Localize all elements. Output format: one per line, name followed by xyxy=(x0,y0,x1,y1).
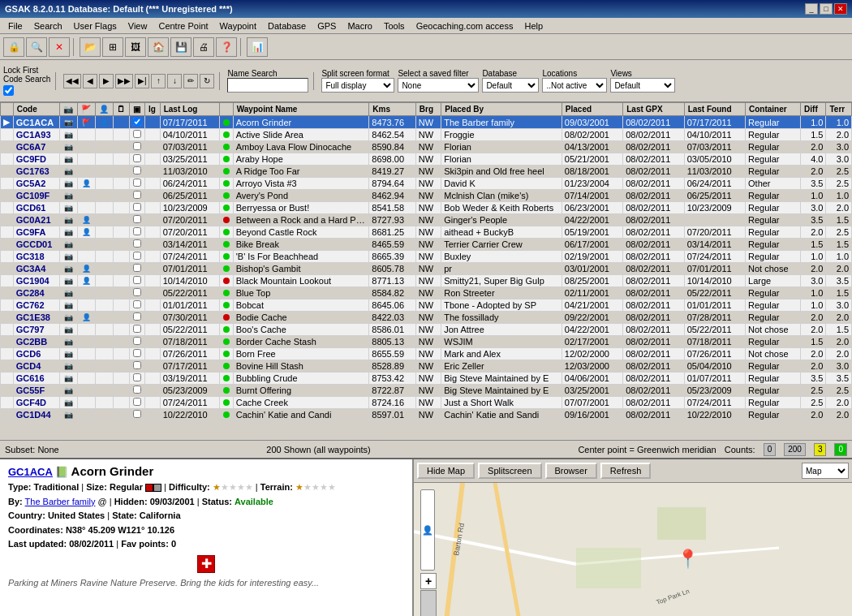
nav-refresh[interactable]: ↻ xyxy=(200,74,214,88)
table-row[interactable]: GC0A21 📷 👤 07/20/2011 Between a Rock and… xyxy=(1,214,852,226)
table-row[interactable]: GC1904 📷 👤 10/14/2010 Black Mountain Loo… xyxy=(1,275,852,287)
table-row[interactable]: GCF4D 📷 07/24/2011 Cache Creek 8724.16 N… xyxy=(1,397,852,409)
col-placed[interactable]: Placed xyxy=(562,103,622,116)
col-terr[interactable]: Terr xyxy=(826,103,852,116)
table-row[interactable]: GC5A2 📷 👤 06/24/2011 Arroyo Vista #3 879… xyxy=(1,178,852,190)
tool-open[interactable]: 📂 xyxy=(80,37,101,57)
tool-chart[interactable]: 📊 xyxy=(247,37,268,57)
table-row[interactable]: GCD6 📷 07/26/2011 Born Free 8655.59 NW M… xyxy=(1,348,852,360)
col-last-log[interactable]: Last Log xyxy=(160,103,219,116)
menu-gps[interactable]: GPS xyxy=(312,20,341,32)
table-row[interactable]: GC797 📷 05/22/2011 Boo's Cache 8586.01 N… xyxy=(1,324,852,336)
col-last-gpx[interactable]: Last GPX xyxy=(623,103,684,116)
splitscreen-button[interactable]: Splitscreen xyxy=(478,463,541,479)
table-row[interactable]: GC1A93 📷 04/10/2011 Active Slide Area 84… xyxy=(1,129,852,141)
tool-grid[interactable]: ⊞ xyxy=(102,37,123,57)
table-row[interactable]: GC284 📷 05/22/2011 Blue Top 8584.82 NW R… xyxy=(1,287,852,299)
hide-map-button[interactable]: Hide Map xyxy=(417,463,475,479)
nav-up[interactable]: ↑ xyxy=(151,74,166,88)
menu-geocaching[interactable]: Geocaching.com access xyxy=(411,20,519,32)
col-note[interactable]: 🗒 xyxy=(114,103,130,116)
table-row[interactable]: GCD61 📷 10/23/2009 Berryessa or Bust! 85… xyxy=(1,202,852,214)
tool-lock[interactable]: 🔒 xyxy=(3,37,24,57)
menu-centre-point[interactable]: Centre Point xyxy=(153,20,213,32)
table-scroll[interactable]: Code 📷 🚩 👤 🗒 ▣ lg Last Log Waypoint Name… xyxy=(0,102,852,427)
col-waypoint-name[interactable]: Waypoint Name xyxy=(233,103,369,116)
col-last-found[interactable]: Last Found xyxy=(684,103,745,116)
tool-image[interactable]: 🖼 xyxy=(125,37,146,57)
table-row[interactable]: GC1E38 📷 👤 07/30/2011 Bodie Cache 8422.0… xyxy=(1,312,852,324)
tool-print[interactable]: 🖨 xyxy=(193,37,214,57)
tool-search[interactable]: 🔍 xyxy=(26,37,47,57)
table-row[interactable]: GC762 📷 01/01/2011 Bobcat 8645.06 NW Tbo… xyxy=(1,299,852,312)
maximize-button[interactable]: □ xyxy=(820,3,833,15)
menu-search[interactable]: Search xyxy=(29,20,67,32)
tool-clear[interactable]: ✕ xyxy=(49,37,70,57)
saved-filter-select[interactable]: None xyxy=(398,78,479,93)
col-user[interactable]: 👤 xyxy=(96,103,114,116)
table-row[interactable]: GCCD01 📷 03/14/2011 Bike Break 8465.59 N… xyxy=(1,239,852,251)
table-row[interactable]: GC318 📷 07/24/2011 'B' Is For Beachhead … xyxy=(1,251,852,263)
cross-button[interactable]: ✚ xyxy=(197,555,215,573)
tool-home[interactable]: 🏠 xyxy=(148,37,169,57)
col-kms[interactable]: Kms xyxy=(369,103,416,116)
nav-last[interactable]: ▶▶ xyxy=(115,74,133,88)
table-row[interactable]: GC109F 📷 06/25/2011 Avery's Pond 8462.94… xyxy=(1,190,852,202)
col-arrow[interactable] xyxy=(1,103,14,116)
table-row[interactable]: GC6A7 📷 07/03/2011 Amboy Lava Flow Dinoc… xyxy=(1,141,852,153)
nav-end[interactable]: ▶| xyxy=(135,74,149,88)
menu-waypoint[interactable]: Waypoint xyxy=(215,20,261,32)
col-type-icon[interactable] xyxy=(219,103,233,116)
table-row[interactable]: GC1D44 📷 10/22/2010 Cachin' Katie and Ca… xyxy=(1,409,852,421)
col-photo[interactable]: 📷 xyxy=(60,103,78,116)
map-content[interactable]: Barton Rd Top Park Ln Ridge Dr 👤 + - 📍 xyxy=(414,483,852,616)
map-type-select[interactable]: Map Satellite Hybrid xyxy=(802,463,849,479)
col-flag[interactable]: 🚩 xyxy=(78,103,96,116)
col-cb[interactable]: ▣ xyxy=(130,103,145,116)
split-screen-select[interactable]: Full display Horizontal Vertical xyxy=(321,78,394,93)
menu-help[interactable]: Help xyxy=(519,20,548,32)
by-name-link[interactable]: The Barber family xyxy=(25,497,96,506)
locations-select[interactable]: ..Not active xyxy=(542,78,607,93)
browser-button[interactable]: Browser xyxy=(545,463,597,479)
table-row[interactable]: GC3A4 📷 👤 07/01/2011 Bishop's Gambit 860… xyxy=(1,263,852,275)
lock-first-checkbox[interactable] xyxy=(3,85,14,96)
col-brg[interactable]: Brg xyxy=(415,103,441,116)
nav-first[interactable]: ◀◀ xyxy=(63,74,81,88)
table-row[interactable]: GC9FD 📷 03/25/2011 Araby Hope 8698.00 NW… xyxy=(1,153,852,166)
table-row[interactable]: GC55F 📷 05/23/2009 Burnt Offering 8722.8… xyxy=(1,385,852,397)
views-select[interactable]: Default xyxy=(610,78,675,93)
nav-next[interactable]: ▶ xyxy=(99,74,114,88)
menu-macro[interactable]: Macro xyxy=(342,20,377,32)
refresh-button[interactable]: Refresh xyxy=(600,463,652,479)
menu-tools[interactable]: Tools xyxy=(379,20,410,32)
zoom-slider[interactable] xyxy=(420,590,437,616)
nav-down[interactable]: ↓ xyxy=(167,74,182,88)
tool-save[interactable]: 💾 xyxy=(170,37,191,57)
col-diff[interactable]: Diff xyxy=(801,103,826,116)
table-row[interactable]: GCD4 📷 07/17/2011 Bovine Hill Stash 8528… xyxy=(1,360,852,373)
col-lg[interactable]: lg xyxy=(144,103,160,116)
table-row[interactable]: GC2BB 📷 07/18/2011 Border Cache Stash 88… xyxy=(1,336,852,348)
table-row[interactable]: GC9FA 📷 👤 07/20/2011 Beyond Castle Rock … xyxy=(1,226,852,239)
menu-user-flags[interactable]: User Flags xyxy=(69,20,122,32)
menu-file[interactable]: File xyxy=(3,20,28,32)
minimize-button[interactable]: _ xyxy=(805,3,818,15)
menu-database[interactable]: Database xyxy=(263,20,311,32)
col-container[interactable]: Container xyxy=(746,103,801,116)
window-controls[interactable]: _ □ ✕ xyxy=(805,3,847,15)
database-select[interactable]: Default xyxy=(482,78,539,93)
name-search-input[interactable] xyxy=(227,78,308,93)
menu-view[interactable]: View xyxy=(123,20,153,32)
table-row[interactable]: GC616 📷 03/19/2011 Bubbling Crude 8753.4… xyxy=(1,373,852,385)
col-code[interactable]: Code xyxy=(13,103,60,116)
nav-pencil[interactable]: ✏ xyxy=(183,74,198,88)
map-pin[interactable]: 📍 xyxy=(677,549,699,570)
nav-prev[interactable]: ◀ xyxy=(83,74,97,88)
col-placed-by[interactable]: Placed By xyxy=(441,103,562,116)
cache-code-link[interactable]: GC1ACA xyxy=(8,466,53,478)
tool-help[interactable]: ❓ xyxy=(216,37,237,57)
table-row[interactable]: GC1763 📷 11/03/2010 A Ridge Too Far 8419… xyxy=(1,166,852,178)
close-button[interactable]: ✕ xyxy=(834,3,847,15)
zoom-in-button[interactable]: + xyxy=(420,573,437,589)
